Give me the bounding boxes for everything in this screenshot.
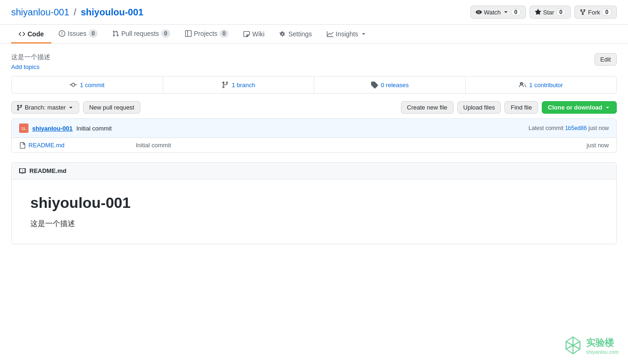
file-actions-right: Create new file Upload files Find file C… <box>401 101 617 114</box>
header-actions: Watch 0 Star 0 Fork 0 <box>470 6 617 19</box>
watch-label: Watch <box>484 9 501 16</box>
table-row: README.md Initial commit just now <box>12 138 616 152</box>
pull-request-icon <box>112 30 119 37</box>
issues-badge: 0 <box>89 29 97 38</box>
latest-commit-label: Latest commit <box>529 125 564 131</box>
watch-count: 0 <box>511 8 521 16</box>
readme-description: 这是一个描述 <box>30 219 598 229</box>
tab-issues[interactable]: Issues 0 <box>51 25 105 43</box>
tab-wiki-label: Wiki <box>252 30 264 38</box>
tab-settings[interactable]: Settings <box>272 26 319 43</box>
fork-button[interactable]: Fork 0 <box>574 6 617 19</box>
contributors-link[interactable]: 1 contributor <box>529 82 563 89</box>
eye-icon <box>476 9 482 15</box>
readme-title: shiyoulou-001 <box>30 194 598 212</box>
commits-stat: 1 commit <box>12 76 163 93</box>
pr-badge: 0 <box>161 29 170 38</box>
svg-text:SL: SL <box>21 126 26 131</box>
commit-user-link[interactable]: shiyanlou-001 <box>32 125 73 132</box>
watch-button[interactable]: Watch 0 <box>470 6 526 19</box>
star-label: Star <box>543 9 554 16</box>
branch-chevron-icon <box>68 104 74 111</box>
tab-insights[interactable]: Insights <box>319 26 374 43</box>
owner-link[interactable]: shiyanlou-001 <box>11 7 69 17</box>
insights-chevron-icon <box>360 31 367 37</box>
readme-icon <box>19 168 26 174</box>
releases-stat: 0 releases <box>314 76 466 93</box>
file-table: SL shiyanlou-001 Initial commit Latest c… <box>11 118 617 153</box>
upload-files-button[interactable]: Upload files <box>457 101 501 114</box>
star-icon <box>535 9 541 15</box>
commits-link[interactable]: 1 commit <box>80 82 104 89</box>
nav-tabs: Code Issues 0 Pull requests 0 Projects 0… <box>0 25 628 44</box>
tab-code[interactable]: Code <box>11 26 51 43</box>
separator: / <box>74 7 76 17</box>
commit-meta: Latest commit 1b5ed86 just now <box>529 125 609 131</box>
branch-selector-icon <box>16 104 23 111</box>
main-content: 这是一个描述 Add topics Edit 1 commit 1 branch… <box>0 44 628 254</box>
readme-section: README.md shiyoulou-001 这是一个描述 <box>11 162 617 244</box>
settings-icon <box>279 31 286 37</box>
releases-link[interactable]: 0 releases <box>381 82 409 89</box>
avatar-icon: SL <box>19 124 28 133</box>
contributors-icon <box>519 81 526 89</box>
add-topics-link[interactable]: Add topics <box>11 63 50 70</box>
branch-selector[interactable]: Branch: master <box>11 101 79 114</box>
file-link[interactable]: README.md <box>28 142 64 149</box>
repo-link[interactable]: shiyoulou-001 <box>81 7 143 17</box>
stats-bar: 1 commit 1 branch 0 releases 1 contribut… <box>11 76 617 94</box>
commit-avatar: SL <box>19 124 28 133</box>
description-area: 这是一个描述 Add topics Edit <box>11 53 617 70</box>
commit-header: SL shiyanlou-001 Initial commit Latest c… <box>12 119 616 138</box>
tab-issues-label: Issues <box>68 30 86 37</box>
tab-pr-label: Pull requests <box>121 30 159 37</box>
file-icon <box>19 142 26 149</box>
chevron-down-icon <box>503 9 509 15</box>
description-left: 这是一个描述 Add topics <box>11 53 50 70</box>
tab-projects-label: Projects <box>194 30 218 37</box>
repo-title: shiyanlou-001 / shiyoulou-001 <box>11 7 144 18</box>
clone-chevron-icon <box>604 104 611 111</box>
file-actions-row: Branch: master New pull request Create n… <box>11 101 617 114</box>
commit-time: just now <box>588 125 609 131</box>
new-pull-request-button[interactable]: New pull request <box>83 101 140 114</box>
file-commit-msg: Initial commit <box>136 142 587 149</box>
tab-insights-label: Insights <box>336 30 358 38</box>
tab-wiki[interactable]: Wiki <box>236 26 272 43</box>
fork-count: 0 <box>602 8 612 16</box>
code-icon <box>19 31 25 37</box>
issue-icon <box>59 30 65 37</box>
branch-icon <box>221 81 229 89</box>
tab-code-label: Code <box>28 30 44 38</box>
projects-badge: 0 <box>220 29 228 38</box>
file-time: just now <box>587 142 609 149</box>
fork-label: Fork <box>588 9 600 16</box>
file-name-cell: README.md <box>19 142 136 149</box>
tab-pull-requests[interactable]: Pull requests 0 <box>105 25 178 43</box>
tab-projects[interactable]: Projects 0 <box>178 25 236 43</box>
clone-label: Clone or download <box>548 104 602 111</box>
commit-header-left: SL shiyanlou-001 Initial commit <box>19 124 112 133</box>
contributors-stat: 1 contributor <box>466 76 617 93</box>
tab-settings-label: Settings <box>288 30 312 38</box>
create-new-file-button[interactable]: Create new file <box>401 101 454 114</box>
top-header: shiyanlou-001 / shiyoulou-001 Watch 0 St… <box>0 0 628 25</box>
edit-button[interactable]: Edit <box>594 53 617 66</box>
star-count: 0 <box>556 8 566 16</box>
tag-icon <box>371 81 378 89</box>
clone-or-download-button[interactable]: Clone or download <box>542 101 617 114</box>
description-text: 这是一个描述 <box>11 53 50 62</box>
fork-icon <box>580 9 586 15</box>
readme-header-label: README.md <box>29 167 66 174</box>
commit-hash-link[interactable]: 1b5ed86 <box>565 125 587 131</box>
star-button[interactable]: Star 0 <box>530 6 571 19</box>
insights-icon <box>327 31 333 37</box>
branches-link[interactable]: 1 branch <box>232 82 255 89</box>
find-file-button[interactable]: Find file <box>504 101 538 114</box>
readme-content: shiyoulou-001 这是一个描述 <box>12 179 616 244</box>
commits-icon <box>69 81 77 89</box>
commit-message: Initial commit <box>76 125 112 132</box>
readme-header: README.md <box>12 163 616 179</box>
wiki-icon <box>243 31 250 37</box>
branch-selector-label: Branch: master <box>25 104 66 111</box>
